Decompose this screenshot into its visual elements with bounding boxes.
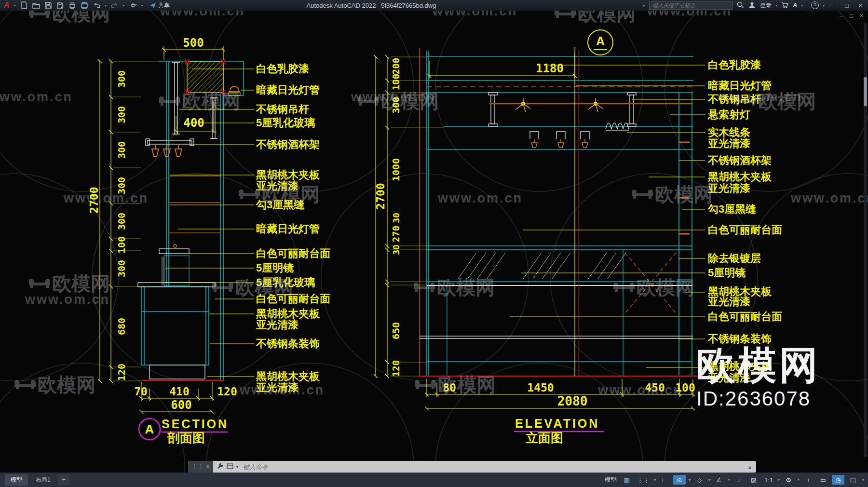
autodesk-app-icon[interactable]: A <box>793 2 797 9</box>
svg-text:欧模网: 欧模网 <box>262 184 320 205</box>
maximize-button[interactable]: □ <box>842 2 852 9</box>
elevation-title: ELEVATION <box>515 417 599 430</box>
close-button[interactable]: × <box>855 2 865 9</box>
section-title-cn: 剖面图 <box>167 431 205 445</box>
search-icon[interactable] <box>737 1 745 9</box>
svg-text:欧模网: 欧模网 <box>437 277 495 298</box>
material-label: 白色可丽耐台面 <box>708 224 782 236</box>
save-icon[interactable] <box>44 1 52 9</box>
material-label: 白色乳胶漆 <box>256 63 309 75</box>
divider <box>807 2 807 9</box>
drawing-canvas[interactable]: 500 400 300 300 300 300 300 100 300 680 … <box>0 0 868 487</box>
material-label: 不锈钢条装饰 <box>256 338 320 350</box>
autocad-logo-icon[interactable]: A <box>4 1 10 9</box>
plot-icon[interactable] <box>68 1 76 9</box>
dim-text: 120 <box>116 364 127 381</box>
polar-caret-icon[interactable]: ▾ <box>689 478 691 482</box>
command-expand-icon[interactable]: ▲ <box>747 464 756 470</box>
dwg-close-button[interactable]: × <box>860 13 863 19</box>
palette-grip-icon[interactable]: ⋮⋮ <box>191 463 203 470</box>
workspace-gear-icon[interactable]: ⚙ <box>782 475 795 485</box>
recent-caret-icon[interactable]: ▾ <box>236 465 238 469</box>
app-caret-icon[interactable]: ▾ <box>801 3 803 8</box>
scale-caret-icon[interactable]: ▾ <box>778 478 780 482</box>
save-as-icon[interactable] <box>56 1 64 9</box>
annotation-scale-label[interactable]: 1:1 <box>762 475 775 485</box>
material-label: 白色可丽耐台面 <box>708 311 782 323</box>
add-layout-button[interactable]: + <box>58 474 69 485</box>
material-label: 5厘乳化玻璃 <box>256 117 315 129</box>
model-space-label[interactable]: 模型 <box>605 476 616 484</box>
dim-text: 70 <box>134 385 148 398</box>
redo-caret-icon[interactable]: ▾ <box>123 3 125 8</box>
redo-icon[interactable] <box>111 1 119 9</box>
new-file-icon[interactable] <box>20 1 28 9</box>
material-label: 5厘明镜 <box>256 262 294 274</box>
ortho-icon[interactable]: ∟ <box>658 475 671 485</box>
watermark-brand-large: 欧模网 ID:2636078 <box>696 343 821 410</box>
print-icon[interactable] <box>81 1 88 9</box>
osnap-caret-icon[interactable]: ▾ <box>728 478 730 482</box>
customize-caret-icon[interactable]: ▾ <box>862 478 864 482</box>
open-folder-icon[interactable] <box>32 1 40 9</box>
tab-model[interactable]: 模型 <box>5 474 28 486</box>
material-label: 白色可丽耐台面 <box>256 247 330 259</box>
help-icon[interactable]: ? <box>811 1 819 9</box>
dim-text: 400 <box>183 116 204 130</box>
elevation-marker-letter: A <box>596 34 605 48</box>
material-label: 不锈钢酒杯架 <box>707 154 772 166</box>
spotlight-symbols <box>516 98 603 112</box>
svg-text:欧模网: 欧模网 <box>438 374 496 395</box>
quick-properties-icon[interactable]: ▭ <box>817 475 829 485</box>
command-input[interactable] <box>242 463 747 471</box>
wine-glass-symbols <box>530 132 589 148</box>
object-snap-icon[interactable]: ∠ <box>713 475 725 485</box>
snap-caret-icon[interactable]: ▾ <box>654 478 656 482</box>
snap-mode-icon[interactable]: ⋮⋮ <box>636 475 651 485</box>
workspace-caret-icon[interactable]: ▾ <box>141 3 143 8</box>
lineweight-icon[interactable]: ≡ <box>732 475 745 485</box>
svg-text:欧模网: 欧模网 <box>381 91 439 112</box>
render-teapot-icon[interactable] <box>129 1 137 9</box>
tab-layout1[interactable]: 布局1 <box>30 474 56 486</box>
annotation-add-icon[interactable]: + <box>802 475 814 485</box>
material-label: 黑胡桃木夹板 <box>256 169 320 181</box>
paper-plane-icon <box>149 2 156 9</box>
isoplane-icon[interactable]: ◇ <box>693 475 705 485</box>
dwg-restore-button[interactable]: □ <box>850 13 853 19</box>
grid-icon[interactable]: ▦ <box>621 475 633 485</box>
undo-icon[interactable] <box>93 1 100 9</box>
logo-caret-icon[interactable]: ▾ <box>14 3 16 8</box>
dim-text: 200 <box>391 58 401 74</box>
user-icon[interactable] <box>748 1 756 9</box>
scrollbar-thumb[interactable] <box>864 77 867 106</box>
dim-text: 100 <box>391 74 401 90</box>
customize-wrench-icon[interactable] <box>217 462 224 471</box>
svg-text:欧模网: 欧模网 <box>38 374 95 395</box>
workspace-caret-icon[interactable]: ▾ <box>798 478 800 482</box>
dwg-minimize-button[interactable]: – <box>840 13 843 19</box>
expand-search-icon[interactable]: ▸ <box>643 3 645 8</box>
minimize-button[interactable]: – <box>828 2 838 9</box>
help-caret-icon[interactable]: ▾ <box>823 3 825 8</box>
login-button[interactable]: 登录 <box>760 1 772 10</box>
cart-icon[interactable] <box>781 1 789 9</box>
login-caret-icon[interactable]: ▾ <box>775 3 777 8</box>
graphics-performance-icon[interactable]: ◷ <box>832 475 844 485</box>
section-marker-letter: A <box>145 422 154 436</box>
palette-close-icon[interactable]: × <box>206 463 209 470</box>
recent-commands-icon[interactable] <box>227 462 233 471</box>
iso-caret-icon[interactable]: ▾ <box>708 478 710 482</box>
polar-tracking-icon[interactable]: ⊙ <box>673 475 686 485</box>
watermark-brand-name: 欧模网 <box>696 343 821 388</box>
dim-text: 410 <box>169 385 190 398</box>
material-label: 勾3厘黑缝 <box>707 203 756 215</box>
command-line-palette: ⋮⋮ × ▾ ▲ <box>188 461 756 473</box>
watermark-circles <box>0 0 868 487</box>
customize-icon[interactable]: ▤ <box>847 475 859 485</box>
share-button[interactable]: 共享 <box>149 1 170 10</box>
transparency-icon[interactable]: ▨ <box>747 475 760 485</box>
drawing-window-controls: – □ × <box>840 13 863 19</box>
search-input[interactable] <box>649 1 733 10</box>
undo-caret-icon[interactable]: ▾ <box>105 3 107 8</box>
